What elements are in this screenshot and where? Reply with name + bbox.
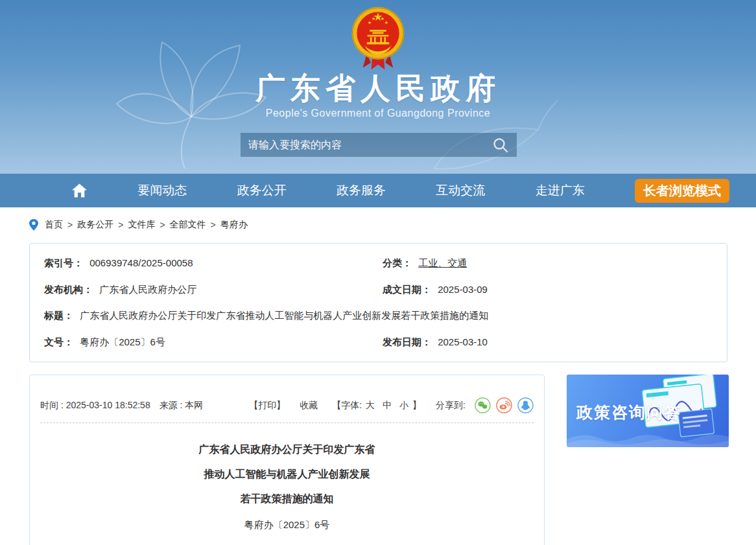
home-icon <box>71 183 88 198</box>
site-subtitle: People's Government of Guangdong Provinc… <box>0 108 756 119</box>
meta-date-published: 发布日期： 2025-03-10 <box>383 329 713 356</box>
meta-index-label: 索引号： <box>44 257 83 268</box>
nav-item-news[interactable]: 要闻动态 <box>137 182 187 199</box>
article-title: 广东省人民政府办公厅关于印发广东省 推动人工智能与机器人产业创新发展 若干政策措… <box>30 437 544 511</box>
breadcrumb-separator: > <box>67 220 73 230</box>
meta-category-label: 分类： <box>383 257 412 268</box>
meta-index-value: 006939748/2025-00058 <box>89 257 193 268</box>
font-size-control: 【字体: 大 中 小 】 <box>332 400 421 412</box>
breadcrumb-separator: > <box>159 220 165 230</box>
favorite-button[interactable]: 收藏 <box>300 400 318 412</box>
font-size-small[interactable]: 小 <box>399 400 408 412</box>
font-size-large[interactable]: 大 <box>366 400 375 412</box>
nav-item-gov-services[interactable]: 政务服务 <box>337 182 386 199</box>
banner-title: 政策咨询问答 <box>576 402 681 423</box>
article-source: 来源 : 本网 <box>159 400 204 412</box>
weibo-share-icon[interactable] <box>496 397 512 413</box>
article-toolbar: 时间 : 2025-03-10 18:52:58 来源 : 本网 【打印】 收藏… <box>40 397 534 413</box>
breadcrumb-file-library[interactable]: 文件库 <box>128 219 155 231</box>
article-doc-number: 粤府办〔2025〕6号 <box>30 513 544 537</box>
meta-category: 分类： 工业、交通 <box>383 250 713 277</box>
site-header: 广东省人民政府 People's Government of Guangdong… <box>0 0 756 174</box>
breadcrumb-gov-affairs[interactable]: 政务公开 <box>77 219 113 231</box>
nav-item-gov-affairs[interactable]: 政务公开 <box>237 182 287 199</box>
main-nav: 要闻动态 政务公开 政务服务 互动交流 走进广东 长者浏览模式 <box>0 174 756 207</box>
nav-item-about-guangdong[interactable]: 走进广东 <box>536 182 585 199</box>
meta-category-value[interactable]: 工业、交通 <box>418 257 467 268</box>
elder-mode-button[interactable]: 长者浏览模式 <box>635 179 729 203</box>
share-label: 分享到: <box>436 400 466 412</box>
meta-title-label: 标题： <box>44 310 73 321</box>
article-panel: 时间 : 2025-03-10 18:52:58 来源 : 本网 【打印】 收藏… <box>29 375 545 545</box>
wechat-share-icon[interactable] <box>475 397 491 413</box>
meta-index-no: 索引号： 006939748/2025-00058 <box>44 250 383 277</box>
meta-date-published-value: 2025-03-10 <box>438 336 488 347</box>
qq-share-icon[interactable] <box>517 397 534 413</box>
breadcrumb-all-files[interactable]: 全部文件 <box>170 219 206 231</box>
search-input[interactable] <box>248 139 492 151</box>
banner-wave-decoration <box>567 428 729 447</box>
font-size-medium[interactable]: 中 <box>383 400 392 412</box>
article-title-line3: 若干政策措施的通知 <box>30 487 544 511</box>
breadcrumb-separator: > <box>118 220 123 230</box>
print-button[interactable]: 【打印】 <box>249 400 285 412</box>
meta-date-written-label: 成文日期： <box>383 284 431 295</box>
breadcrumb-current: 粤府办 <box>220 219 248 231</box>
article-time: 时间 : 2025-03-10 18:52:58 <box>40 400 150 412</box>
search-icon <box>492 137 509 154</box>
document-meta-panel: 索引号： 006939748/2025-00058 分类： 工业、交通 发布机构… <box>29 243 727 362</box>
meta-date-published-label: 发布日期： <box>383 336 431 347</box>
search-bar <box>241 133 517 157</box>
breadcrumb: 首页 > 政务公开 > 文件库 > 全部文件 > 粤府办 <box>29 219 248 231</box>
site-title: 广东省人民政府 <box>0 69 756 109</box>
font-size-suffix: 】 <box>412 400 421 412</box>
breadcrumb-separator: > <box>211 220 216 230</box>
policy-consultation-banner[interactable]: 政策咨询问答 <box>567 375 729 447</box>
meta-doc-no: 文号： 粤府办〔2025〕6号 <box>44 329 383 356</box>
nav-home-button[interactable] <box>71 183 88 198</box>
meta-agency-label: 发布机构： <box>44 284 93 295</box>
location-pin-icon <box>29 219 38 231</box>
nav-item-interaction[interactable]: 互动交流 <box>436 182 485 199</box>
meta-agency: 发布机构： 广东省人民政府办公厅 <box>44 277 383 303</box>
toolbar-divider <box>40 423 534 423</box>
national-emblem-icon <box>350 5 406 71</box>
meta-agency-value: 广东省人民政府办公厅 <box>99 284 196 295</box>
meta-title-value: 广东省人民政府办公厅关于印发广东省推动人工智能与机器人产业创新发展若干政策措施的… <box>80 310 488 321</box>
meta-date-written: 成文日期： 2025-03-09 <box>383 277 713 303</box>
meta-doc-no-label: 文号： <box>44 336 73 347</box>
meta-date-written-value: 2025-03-09 <box>438 284 488 295</box>
share-icons <box>469 397 534 413</box>
font-size-prefix: 【字体: <box>332 400 362 412</box>
page: 广东省人民政府 People's Government of Guangdong… <box>0 0 756 545</box>
search-button[interactable] <box>492 137 509 154</box>
meta-title: 标题： 广东省人民政府办公厅关于印发广东省推动人工智能与机器人产业创新发展若干政… <box>44 303 713 329</box>
article-title-line2: 推动人工智能与机器人产业创新发展 <box>30 462 544 487</box>
article-title-line1: 广东省人民政府办公厅关于印发广东省 <box>30 437 544 462</box>
breadcrumb-home[interactable]: 首页 <box>45 219 63 231</box>
meta-doc-no-value: 粤府办〔2025〕6号 <box>80 336 165 347</box>
